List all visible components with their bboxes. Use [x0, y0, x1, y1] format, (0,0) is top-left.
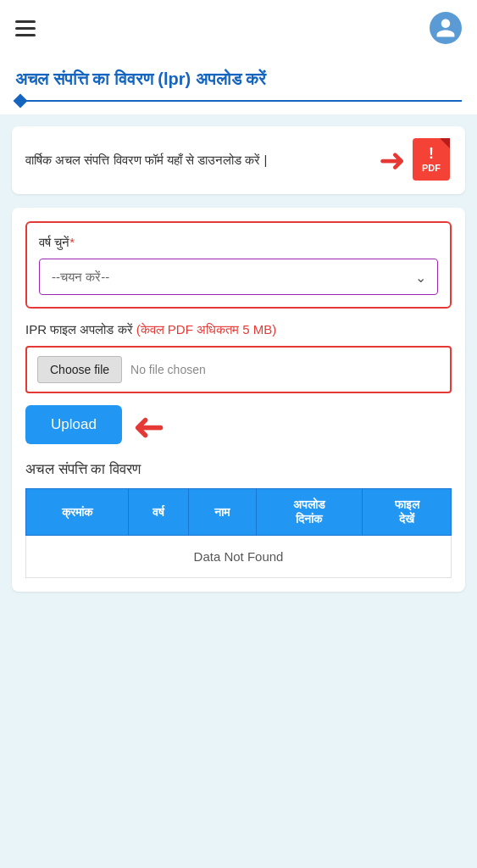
- year-section: वर्ष चुनें* --चयन करें-- ⌄: [25, 221, 452, 309]
- form-card: वर्ष चुनें* --चयन करें-- ⌄ IPR फाइल अपलो…: [12, 208, 465, 592]
- empty-data-message: Data Not Found: [26, 536, 452, 578]
- diamond-icon: [14, 94, 28, 108]
- title-underline: [15, 96, 462, 106]
- col-view-file: फाइलदेखें: [363, 489, 452, 536]
- choose-file-button[interactable]: Choose file: [37, 356, 122, 383]
- page-title: अचल संपत्ति का विवरण (lpr) अपलोड करें: [15, 70, 462, 89]
- table-header-row: क्रमांक वर्ष नाम अपलोडदिनांक फाइलदेखें: [26, 489, 452, 536]
- download-arrow-pdf: ➜ ! PDF: [379, 138, 452, 182]
- content-area: वार्षिक अचल संपत्ति विवरण फॉर्म यहाँ से …: [0, 114, 477, 604]
- menu-button[interactable]: [15, 20, 36, 36]
- pdf-download-button[interactable]: ! PDF: [413, 138, 452, 182]
- col-upload-date: अपलोडदिनांक: [256, 489, 363, 536]
- arrow-left-icon: ➜: [132, 407, 165, 446]
- col-number: क्रमांक: [26, 489, 129, 536]
- arrow-right-icon: ➜: [379, 144, 406, 176]
- upload-button[interactable]: Upload: [25, 405, 122, 444]
- pdf-label: PDF: [422, 163, 441, 173]
- underline-bar: [25, 100, 462, 102]
- pdf-icon-bg: ! PDF: [413, 138, 450, 181]
- year-field-label: वर्ष चुनें*: [39, 235, 438, 250]
- download-text: वार्षिक अचल संपत्ति विवरण फॉर्म यहाँ से …: [25, 151, 379, 170]
- empty-data-row: Data Not Found: [26, 536, 452, 578]
- table-section-title: अचल संपत्ति का विवरण: [25, 461, 452, 478]
- avatar-icon: [435, 17, 457, 39]
- header: [0, 0, 477, 56]
- data-table: क्रमांक वर्ष नाम अपलोडदिनांक फाइलदेखें D…: [25, 488, 452, 578]
- year-select[interactable]: --चयन करें--: [39, 259, 438, 295]
- user-avatar-button[interactable]: [430, 12, 462, 44]
- page-title-section: अचल संपत्ति का विवरण (lpr) अपलोड करें: [0, 56, 477, 114]
- col-name: नाम: [188, 489, 256, 536]
- file-input-wrapper: Choose file No file chosen: [25, 346, 452, 393]
- col-year: वर्ष: [128, 489, 188, 536]
- upload-label: IPR फाइल अपलोड करें (केवल PDF अधिकतम 5 M…: [25, 322, 452, 337]
- no-file-text: No file chosen: [130, 363, 206, 376]
- download-card: वार्षिक अचल संपत्ति विवरण फॉर्म यहाँ से …: [12, 126, 465, 194]
- year-select-wrapper: --चयन करें-- ⌄: [39, 259, 438, 295]
- upload-arrow-annotation: ➜: [132, 407, 165, 446]
